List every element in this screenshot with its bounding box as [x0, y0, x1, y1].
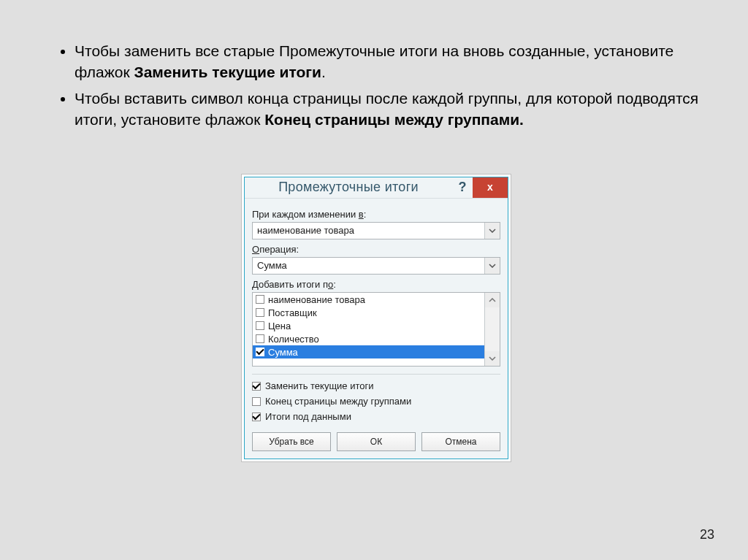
- remove-all-button[interactable]: Убрать все: [252, 432, 331, 451]
- cancel-button[interactable]: Отмена: [421, 432, 500, 451]
- label-part: онец страницы между группами: [271, 396, 412, 407]
- checkbox-icon[interactable]: [256, 334, 264, 343]
- below-data-option[interactable]: Итоги под данными: [252, 411, 500, 422]
- replace-option[interactable]: Заменить текущие итоги: [252, 380, 500, 391]
- change-in-value: наименование товара: [253, 223, 484, 239]
- label-part: :: [333, 279, 336, 290]
- label-part: При каждом изменении: [252, 209, 359, 220]
- checkbox-icon[interactable]: [256, 348, 264, 356]
- bullet-item: Чтобы заменить все старые Промежуточные …: [75, 40, 709, 83]
- checkbox-icon[interactable]: [256, 308, 264, 317]
- bullet-text-post: .: [321, 64, 326, 80]
- checkbox-icon[interactable]: [256, 321, 264, 330]
- list-item[interactable]: наименование товара: [253, 293, 484, 306]
- list-item-label: Количество: [268, 334, 319, 345]
- scroll-up-icon[interactable]: [485, 293, 500, 307]
- page-number: 23: [700, 527, 714, 542]
- subtotals-dialog: Промежуточные итоги ? x При каждом измен…: [244, 177, 508, 459]
- list-item[interactable]: Цена: [253, 319, 484, 332]
- bullet-list: Чтобы заменить все старые Промежуточные …: [48, 40, 709, 135]
- checkbox-icon[interactable]: [252, 397, 261, 406]
- bullet-item: Чтобы вставить символ конца страницы пос…: [75, 88, 709, 131]
- operation-label: Операция:: [252, 244, 500, 255]
- label-accel: в: [359, 209, 364, 220]
- change-in-dropdown[interactable]: наименование товара: [252, 222, 500, 239]
- chevron-down-icon[interactable]: [484, 258, 500, 274]
- list-item[interactable]: Поставщик: [253, 306, 484, 319]
- checkbox-icon[interactable]: [256, 295, 264, 304]
- dialog-title: Промежуточные итоги: [245, 177, 452, 198]
- scrollbar[interactable]: [484, 293, 500, 366]
- label-accel: К: [265, 396, 271, 407]
- scroll-down-icon[interactable]: [485, 351, 500, 366]
- list-item-label: Поставщик: [268, 307, 317, 318]
- scroll-track[interactable]: [485, 307, 500, 351]
- label-part: аменить текущие итоги: [271, 380, 374, 391]
- label-accel: З: [265, 380, 271, 391]
- list-item-label: наименование товара: [268, 294, 365, 305]
- option-label: Заменить текущие итоги: [265, 380, 374, 391]
- operation-value: Сумма: [253, 258, 484, 274]
- change-in-label: При каждом изменении в:: [252, 209, 500, 220]
- list-item[interactable]: Количество: [253, 332, 484, 345]
- chevron-down-icon[interactable]: [484, 223, 500, 239]
- list-item-label: Сумма: [268, 347, 298, 358]
- button-row: Убрать все ОК Отмена: [252, 432, 500, 451]
- checkbox-icon[interactable]: [252, 382, 261, 391]
- pagebreak-option[interactable]: Конец страницы между группами: [252, 396, 500, 407]
- separator: [252, 374, 500, 375]
- add-totals-listbox[interactable]: наименование товара Поставщик Цена: [252, 292, 500, 367]
- label-accel: О: [252, 244, 259, 255]
- help-button[interactable]: ?: [452, 177, 473, 198]
- operation-dropdown[interactable]: Сумма: [252, 257, 500, 275]
- list-item-selected[interactable]: Сумма: [253, 345, 484, 358]
- option-label: Итоги под данными: [265, 411, 351, 422]
- option-label: Конец страницы между группами: [265, 396, 411, 407]
- label-part: тоги под данными: [272, 411, 351, 422]
- list-item-label: Цена: [268, 321, 291, 331]
- add-totals-label: Добавить итоги по:: [252, 279, 500, 290]
- bullet-text-bold: Конец страницы между группами.: [264, 111, 524, 128]
- label-part: :: [364, 209, 367, 220]
- label-accel: И: [265, 411, 272, 422]
- dialog-body: При каждом изменении в: наименование тов…: [245, 199, 508, 459]
- bullet-text-bold: Заменить текущие итоги: [134, 64, 321, 80]
- label-part: перация:: [259, 244, 299, 255]
- label-part: Добавить итоги п: [252, 279, 328, 290]
- dialog-screenshot: Промежуточные итоги ? x При каждом измен…: [241, 174, 511, 462]
- checkbox-icon[interactable]: [252, 413, 261, 421]
- ok-button[interactable]: ОК: [337, 432, 416, 451]
- listbox-items: наименование товара Поставщик Цена: [253, 293, 484, 366]
- dialog-titlebar: Промежуточные итоги ? x: [245, 177, 508, 199]
- close-button[interactable]: x: [473, 177, 508, 198]
